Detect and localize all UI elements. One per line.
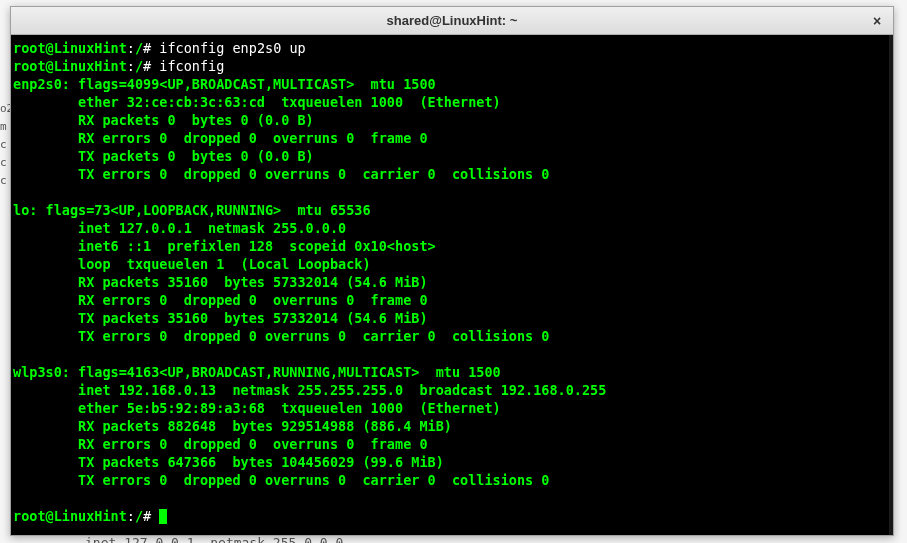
scrollbar[interactable] [889,35,893,535]
prompt-user: root@LinuxHint [13,40,127,56]
prompt-user: root@LinuxHint [13,508,127,524]
terminal-output[interactable]: root@LinuxHint:/# ifconfig enp2s0 up roo… [11,35,893,535]
command-text: ifconfig enp2s0 up [159,40,305,56]
close-button[interactable]: × [867,11,887,31]
iface-lo: lo: flags=73<UP,LOOPBACK,RUNNING> mtu 65… [13,202,371,218]
prompt-user: root@LinuxHint [13,58,127,74]
terminal-window: shared@LinuxHint: ~ × root@LinuxHint:/# … [10,6,894,536]
cursor [159,509,167,524]
close-icon: × [873,13,881,29]
command-text: ifconfig [159,58,224,74]
iface-wlp3s0: wlp3s0: flags=4163<UP,BROADCAST,RUNNING,… [13,364,501,380]
iface-enp2s0: enp2s0: flags=4099<UP,BROADCAST,MULTICAS… [13,76,436,92]
window-title: shared@LinuxHint: ~ [387,13,518,28]
window-titlebar[interactable]: shared@LinuxHint: ~ × [11,7,893,35]
background-partial-text: o2 m c c c [0,100,10,190]
background-shadow-line: inet 127.0.0.1 netmask 255.0.0.0 [85,535,343,543]
